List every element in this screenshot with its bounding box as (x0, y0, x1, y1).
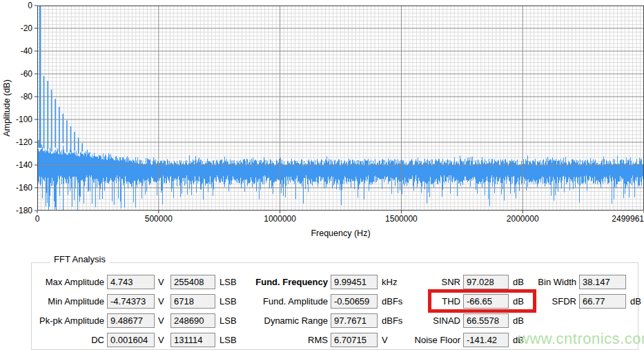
svg-text:-40: -40 (21, 46, 33, 56)
sfdr-field[interactable]: 66.77 (579, 294, 626, 309)
svg-text:2000000: 2000000 (507, 214, 539, 224)
dc-lsb-unit: LSB (215, 335, 237, 345)
sinad-row: SINAD 66.5578 dB (387, 313, 524, 328)
dc-volts-field[interactable]: 0.001604 (107, 333, 155, 347)
thd-row: THD -66.65 dB (387, 294, 524, 309)
svg-text:-180: -180 (16, 206, 32, 215)
noise-floor-label: Noise Floor (387, 335, 463, 345)
svg-text:1000000: 1000000 (264, 214, 296, 224)
sfdr-unit: dB (626, 296, 641, 307)
fund-amplitude-label: Fund. Amplitude (235, 296, 331, 307)
sinad-field[interactable]: 66.5578 (463, 313, 509, 328)
rms-label: RMS (235, 335, 331, 345)
pkpk-amplitude-lsb-unit: LSB (215, 315, 237, 326)
rms-field[interactable]: 6.70715 (331, 333, 378, 347)
svg-text:-20: -20 (21, 23, 33, 33)
sinad-unit: dB (509, 315, 524, 326)
max-amplitude-lsb-unit: LSB (215, 277, 237, 287)
min-amplitude-row: Min Amplitude -4.74373 V 6718 LSB (28, 294, 237, 309)
thd-unit: dB (509, 296, 524, 307)
svg-text:0: 0 (28, 1, 32, 10)
fft-analysis-title: FFT Analysis (50, 254, 110, 264)
dynamic-range-row: Dynamic Range 97.7671 dBFs (235, 313, 402, 328)
snr-label: SNR (387, 277, 463, 287)
pkpk-amplitude-volts-unit: V (155, 315, 165, 326)
pkpk-amplitude-volts-field[interactable]: 9.48677 (107, 313, 155, 328)
svg-text:-80: -80 (21, 92, 33, 101)
fund-amplitude-row: Fund. Amplitude -0.50659 dBFs (235, 294, 402, 309)
pkpk-amplitude-row: Pk-pk Amplitude 9.48677 V 248690 LSB (28, 313, 237, 328)
dynamic-range-field[interactable]: 97.7671 (331, 313, 378, 328)
y-axis-title: Amplitude (dB) (2, 79, 12, 137)
dc-volts-unit: V (155, 335, 165, 345)
snr-unit: dB (509, 277, 524, 287)
svg-text:-120: -120 (16, 137, 32, 147)
svg-text:-100: -100 (16, 115, 32, 124)
fund-amplitude-field[interactable]: -0.50659 (331, 294, 378, 309)
dc-lsb-field[interactable]: 131114 (170, 333, 215, 347)
noise-floor-unit: dB (509, 335, 524, 345)
svg-text:-60: -60 (21, 69, 33, 79)
max-amplitude-lsb-field[interactable]: 255408 (170, 275, 215, 289)
thd-label: THD (387, 296, 463, 307)
sfdr-label: SFDR (531, 296, 579, 307)
bin-width-label: Bin Width (531, 277, 579, 287)
svg-text:2499961: 2499961 (612, 214, 644, 224)
dynamic-range-label: Dynamic Range (235, 315, 331, 326)
min-amplitude-volts-unit: V (155, 296, 165, 307)
max-amplitude-label: Max Amplitude (28, 277, 107, 287)
pkpk-amplitude-label: Pk-pk Amplitude (28, 315, 107, 326)
bin-width-row: Bin Width 38.147 (531, 275, 630, 289)
snr-field[interactable]: 97.028 (463, 275, 509, 289)
svg-text:0: 0 (35, 214, 40, 224)
pkpk-amplitude-lsb-field[interactable]: 248690 (170, 313, 215, 328)
sinad-label: SINAD (387, 315, 463, 326)
min-amplitude-volts-field[interactable]: -4.74373 (107, 294, 155, 309)
dc-label: DC (28, 335, 107, 345)
max-amplitude-volts-unit: V (155, 277, 165, 287)
min-amplitude-lsb-field[interactable]: 6718 (170, 294, 215, 309)
fft-plot: 0-20-40-60-80-100-120-140-160-1800500000… (0, 0, 644, 242)
svg-text:-140: -140 (16, 160, 32, 170)
sfdr-row: SFDR 66.77 dB (531, 294, 641, 309)
bin-width-field[interactable]: 38.147 (579, 275, 626, 289)
x-axis-title: Frequency (Hz) (311, 229, 370, 238)
fund-frequency-row: Fund. Frequency 9.99451 kHz (235, 275, 397, 289)
fund-frequency-field[interactable]: 9.99451 (331, 275, 378, 289)
dc-row: DC 0.001604 V 131114 LSB (28, 333, 237, 347)
max-amplitude-volts-field[interactable]: 4.743 (107, 275, 155, 289)
svg-text:1500000: 1500000 (385, 214, 418, 224)
thd-field[interactable]: -66.65 (463, 294, 509, 309)
noise-floor-row: Noise Floor -141.42 dB (387, 333, 524, 347)
noise-floor-field[interactable]: -141.42 (463, 333, 509, 347)
rms-row: RMS 6.70715 V (235, 333, 388, 347)
max-amplitude-row: Max Amplitude 4.743 V 255408 LSB (28, 275, 237, 289)
min-amplitude-lsb-unit: LSB (215, 296, 237, 307)
svg-text:500000: 500000 (145, 214, 173, 224)
min-amplitude-label: Min Amplitude (28, 296, 107, 307)
svg-text:-160: -160 (16, 183, 32, 193)
fft-spectrum-chart: 0-20-40-60-80-100-120-140-160-1800500000… (0, 0, 644, 242)
fund-frequency-label: Fund. Frequency (235, 277, 331, 287)
snr-row: SNR 97.028 dB (387, 275, 524, 289)
